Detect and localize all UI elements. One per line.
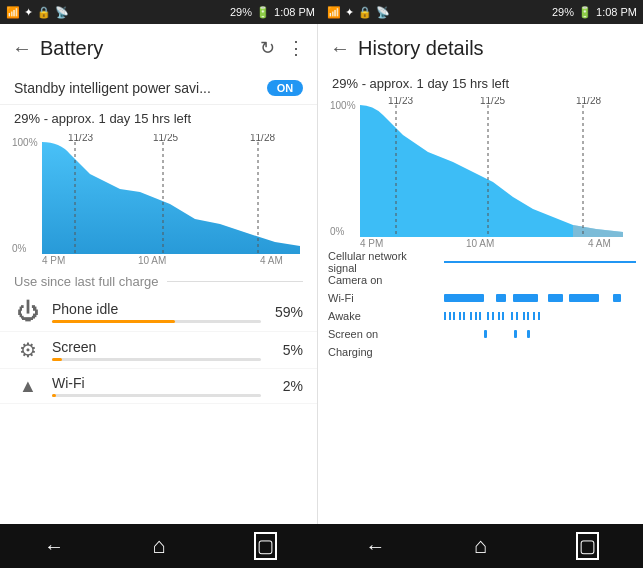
right-battery-status: 29% - approx. 1 day 15 hrs left <box>318 72 643 93</box>
wifi-icon: 🔒 <box>37 6 51 19</box>
status-bar-right: 29% 🔋 1:08 PM <box>230 6 315 19</box>
right-nav-bar: ← ⌂ ▢ <box>321 524 643 568</box>
status-bar-right-r: 29% 🔋 1:08 PM <box>552 6 637 19</box>
refresh-button[interactable]: ↻ <box>260 37 275 59</box>
svg-text:4 AM: 4 AM <box>260 255 283 264</box>
battery-icon-r: 🔋 <box>578 6 592 19</box>
history-chart: 100% 0% 11/23 11/25 11/28 4 PM 10 AM 4 A… <box>318 93 643 249</box>
charging-row: Charging <box>328 343 636 361</box>
wifi-row: Wi-Fi <box>328 289 636 307</box>
right-home-nav[interactable]: ⌂ <box>474 533 487 559</box>
time-display: 1:08 PM <box>274 6 315 18</box>
battery-icon: 🔋 <box>256 6 270 19</box>
phone-idle-percent: 59% <box>271 304 303 320</box>
svg-text:10 AM: 10 AM <box>466 238 494 247</box>
signal-icon: 📡 <box>55 6 69 19</box>
wifi-icon-r: 🔒 <box>358 6 372 19</box>
wifi-item: ▲ Wi-Fi 2% <box>0 369 317 404</box>
power-save-toggle[interactable]: ON <box>267 80 303 96</box>
battery-panel: ← Battery ↻ ⋮ Standby intelligent power … <box>0 24 318 524</box>
left-back-nav[interactable]: ← <box>44 535 64 558</box>
wifi-info: Wi-Fi <box>52 375 261 397</box>
wifi-label: Wi-Fi <box>52 375 261 391</box>
power-icon: ⏻ <box>14 299 42 325</box>
battery-percent-r: 29% <box>552 6 574 18</box>
wifi-usage-icon: ▲ <box>14 376 42 397</box>
camera-bar <box>444 275 636 285</box>
more-button[interactable]: ⋮ <box>287 37 305 59</box>
svg-text:11/23: 11/23 <box>68 134 93 143</box>
right-back-button[interactable]: ← <box>330 37 350 60</box>
charging-bar <box>444 347 636 357</box>
signal-icon-r: 📡 <box>376 6 390 19</box>
svg-text:10 AM: 10 AM <box>138 255 166 264</box>
status-bar-left-right: 📶 ✦ 🔒 📡 <box>327 6 390 19</box>
wifi-activity-bar <box>444 293 636 303</box>
svg-text:4 AM: 4 AM <box>588 238 611 247</box>
charging-label: Charging <box>328 346 438 358</box>
awake-label: Awake <box>328 310 438 322</box>
header-actions: ↻ ⋮ <box>260 37 305 59</box>
power-save-label: Standby intelligent power savi... <box>14 80 211 96</box>
camera-label: Camera on <box>328 274 438 286</box>
svg-text:0%: 0% <box>330 226 345 237</box>
right-recent-nav[interactable]: ▢ <box>576 532 599 560</box>
svg-text:4 PM: 4 PM <box>360 238 383 247</box>
left-home-nav[interactable]: ⌂ <box>152 533 165 559</box>
back-button[interactable]: ← <box>12 37 32 60</box>
battery-chart-svg: 100% 0% 11/23 11/25 11/28 <box>10 134 307 264</box>
camera-row: Camera on <box>328 271 636 289</box>
screen-percent: 5% <box>271 342 303 358</box>
bluetooth-icon-r: ✦ <box>345 6 354 19</box>
sim-icon: 📶 <box>6 6 20 19</box>
battery-percent: 29% <box>230 6 252 18</box>
sim-icon-r: 📶 <box>327 6 341 19</box>
left-header: ← Battery ↻ ⋮ <box>0 24 317 72</box>
svg-text:11/28: 11/28 <box>576 97 601 106</box>
history-chart-svg: 100% 0% 11/23 11/25 11/28 4 PM 10 AM 4 A… <box>328 97 636 247</box>
left-nav-bar: ← ⌂ ▢ <box>0 524 321 568</box>
screen-on-label: Screen on <box>328 328 438 340</box>
battery-chart: 100% 0% 11/23 11/25 11/28 <box>0 130 317 266</box>
cellular-bar <box>444 257 636 267</box>
battery-status-text: 29% - approx. 1 day 15 hrs left <box>0 105 317 130</box>
screen-icon: ⚙ <box>14 338 42 362</box>
svg-text:11/25: 11/25 <box>153 134 178 143</box>
right-back-nav[interactable]: ← <box>365 535 385 558</box>
use-since-section: Use since last full charge <box>0 266 317 293</box>
page-title: Battery <box>40 37 252 60</box>
svg-text:11/28: 11/28 <box>250 134 275 143</box>
screen-on-bar <box>444 329 636 339</box>
svg-text:100%: 100% <box>330 100 356 111</box>
screen-item: ⚙ Screen 5% <box>0 332 317 369</box>
svg-text:4 PM: 4 PM <box>42 255 65 264</box>
history-panel: ← History details 29% - approx. 1 day 15… <box>318 24 643 524</box>
cellular-row: Cellular network signal <box>328 253 636 271</box>
svg-text:100%: 100% <box>12 137 38 148</box>
svg-text:11/25: 11/25 <box>480 97 505 106</box>
bluetooth-icon: ✦ <box>24 6 33 19</box>
right-header: ← History details <box>318 24 643 72</box>
right-page-title: History details <box>358 37 634 60</box>
phone-idle-item: ⏻ Phone idle 59% <box>0 293 317 332</box>
awake-bar <box>444 311 636 321</box>
left-recent-nav[interactable]: ▢ <box>254 532 277 560</box>
phone-idle-info: Phone idle <box>52 301 261 323</box>
svg-text:11/23: 11/23 <box>388 97 413 106</box>
activity-section: Cellular network signal Camera on Wi-Fi <box>318 249 643 365</box>
status-bar-left: 📶 ✦ 🔒 📡 <box>6 6 69 19</box>
time-display-r: 1:08 PM <box>596 6 637 18</box>
power-save-toggle-row: Standby intelligent power savi... ON <box>0 72 317 105</box>
phone-idle-label: Phone idle <box>52 301 261 317</box>
wifi-percent: 2% <box>271 378 303 394</box>
cellular-label: Cellular network signal <box>328 250 438 274</box>
wifi-activity-label: Wi-Fi <box>328 292 438 304</box>
awake-row: Awake <box>328 307 636 325</box>
svg-text:0%: 0% <box>12 243 27 254</box>
screen-on-row: Screen on <box>328 325 636 343</box>
screen-label: Screen <box>52 339 261 355</box>
screen-info: Screen <box>52 339 261 361</box>
